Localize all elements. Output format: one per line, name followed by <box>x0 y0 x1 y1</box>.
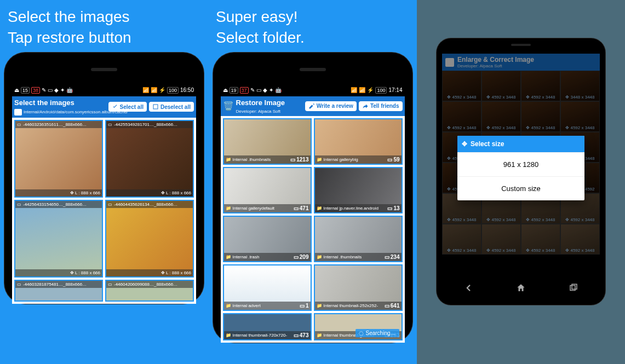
image-icon: ▭ <box>17 282 21 287</box>
panel1-caption-2: Tap restore button <box>8 27 200 48</box>
image-thumb[interactable]: ▭-44604206099088…_888x666… <box>105 280 194 302</box>
image-grid: ▭-44603236351611…_888x666… ✥ L : 888 x 6… <box>12 118 196 304</box>
size-option-preset[interactable]: 961 x 1280 <box>457 152 584 176</box>
deselect-all-button[interactable]: Deselect all <box>149 102 194 112</box>
image-thumb[interactable]: ▭-44603281875481…_888x666… <box>14 280 103 302</box>
panel1-caption-1: Select the images <box>8 7 200 27</box>
back-button[interactable] <box>461 280 476 296</box>
phone-frame-1: ⏏ 15 38 ✎▭◆✦🤖 📶📶⚡ 100 16:50 Select the i… <box>4 53 204 304</box>
photo-icon: ▭ <box>294 205 299 211</box>
folder-icon: 📁 <box>226 333 231 338</box>
folder-icon: 📁 <box>226 303 231 308</box>
resize-icon: ✥ <box>161 270 165 275</box>
back-icon <box>463 283 473 293</box>
spinner-icon: ◌ <box>359 330 364 336</box>
home-button[interactable] <box>513 280 529 296</box>
app-bar: 🗑️ Restore Image Developer: Alpaca Soft … <box>221 96 405 116</box>
folder-grid: 📁Internal .thumbnails▭1213 📁Internal gal… <box>221 116 405 343</box>
resize-icon: ✥ <box>70 190 74 195</box>
image-thumb[interactable]: ▭-44256433154650…_888x666… ✥ L : 888 x 6… <box>14 200 103 278</box>
dialog-title: Select size <box>471 140 504 148</box>
photo-icon: ▭ <box>300 303 305 309</box>
folder-icon: 📁 <box>317 333 322 338</box>
folder-thumb[interactable]: 📁Internal .trash▭209 <box>223 216 312 262</box>
photo-icon: ▭ <box>387 157 392 163</box>
image-icon: ▭ <box>108 202 112 207</box>
folder-icon <box>14 109 22 115</box>
status-bar: ⏏ 15 38 ✎▭◆✦🤖 📶📶⚡ 100 16:50 <box>12 84 196 96</box>
folder-thumb[interactable]: 📁Internal jp.naver.line.android▭13 <box>314 167 403 213</box>
photo-icon: ▭ <box>385 254 389 260</box>
searching-indicator: ◌Searching… <box>355 329 399 337</box>
folder-icon: 📁 <box>317 303 322 308</box>
folder-thumb[interactable]: 📁Internal .thumbnails▭1213 <box>223 118 312 165</box>
resize-icon: ✥ <box>70 270 74 275</box>
image-icon: ▭ <box>108 282 112 287</box>
home-icon <box>516 283 526 293</box>
folder-icon: 📁 <box>226 255 231 259</box>
phone-frame-3: Enlarge & Correct Image Developer: Alpac… <box>437 38 605 305</box>
folder-icon: 📁 <box>317 157 322 162</box>
folder-icon: 📁 <box>226 206 231 211</box>
image-thumb[interactable]: ▭-44255349281701…_888x666… ✥ L : 888 x 6… <box>105 120 194 198</box>
status-bar: ⏏ 19 37 ✎▭◆✦🤖 📶📶⚡ 100 17:14 <box>221 84 405 96</box>
appbar-title: Select the images <box>14 99 74 107</box>
appbar-title: Restore Image <box>236 99 285 107</box>
appbar-subtitle: Internal/Android/data/com.sonyericsson.a… <box>24 109 128 114</box>
folder-thumb[interactable]: 📁Internal gallerydefault▭471 <box>223 167 312 213</box>
write-review-button[interactable]: Write a review <box>305 101 357 111</box>
tell-friends-button[interactable]: Tell friends <box>359 101 403 111</box>
photo-icon: ▭ <box>294 332 299 338</box>
folder-thumb[interactable]: 📁Internal .thumbnails▭234 <box>314 216 403 262</box>
photo-icon: ▭ <box>385 303 389 309</box>
share-icon <box>362 103 369 109</box>
folder-icon: 📁 <box>226 157 231 162</box>
photo-icon: ▭ <box>387 205 392 211</box>
folder-icon: 📁 <box>317 255 322 259</box>
phone-frame-2: ⏏ 19 37 ✎▭◆✦🤖 📶📶⚡ 100 17:14 🗑️ Restore <box>213 53 412 343</box>
size-option-custom[interactable]: Custom size <box>457 176 584 200</box>
image-thumb[interactable]: ▭-44603236351611…_888x666… ✥ L : 888 x 6… <box>14 120 103 198</box>
svg-rect-2 <box>572 284 577 289</box>
appbar-subtitle: Developer: Alpaca Soft <box>236 109 280 114</box>
resize-icon: ✥ <box>161 190 165 195</box>
folder-thumb[interactable]: 📁Internal gallerybig▭59 <box>314 118 403 165</box>
app-bar: Select the images Internal/Android/data/… <box>12 96 196 118</box>
svg-rect-1 <box>570 286 575 291</box>
image-icon: ▭ <box>108 122 112 127</box>
uncheck-icon <box>152 103 159 110</box>
android-nav-bar <box>442 279 600 297</box>
folder-thumb[interactable]: 📁Internal thumbnail-720x720-▭473 <box>223 313 312 340</box>
photo-icon: ▭ <box>294 254 299 260</box>
folder-thumb[interactable]: 📁Internal thumbnail-generic▭293 ◌Searchi… <box>314 313 403 340</box>
folder-thumb[interactable]: 📁Internal thumbnail-252x252-▭641 <box>314 264 403 311</box>
trash-icon: 🗑️ <box>223 101 234 111</box>
recents-button[interactable] <box>566 280 581 296</box>
pencil-icon <box>308 103 315 109</box>
image-thumb[interactable]: ▭-44604435626134…_888x666… ✥ L : 888 x 6… <box>105 200 194 278</box>
photo-icon: ▭ <box>290 157 295 163</box>
folder-thumb[interactable]: 📁Internal advert▭1 <box>223 264 312 311</box>
svg-rect-0 <box>153 105 158 109</box>
panel2-caption-1: Super easy! <box>216 7 409 27</box>
recents-icon <box>569 283 578 293</box>
folder-icon: 📁 <box>317 206 322 211</box>
select-size-dialog: ✥Select size 961 x 1280 Custom size <box>457 136 584 200</box>
image-icon: ▭ <box>17 122 21 127</box>
image-icon: ▭ <box>17 202 21 207</box>
panel2-caption-2: Select folder. <box>216 27 409 48</box>
resize-icon: ✥ <box>462 140 467 148</box>
